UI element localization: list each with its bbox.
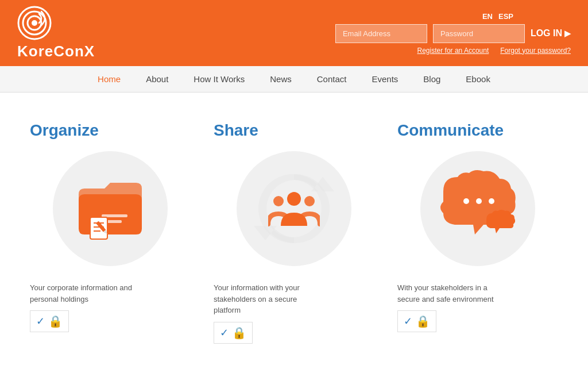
nav-about[interactable]: About [133,66,181,92]
check-icon-2: ✓ [220,326,229,339]
lang-esp[interactable]: ESP [498,12,513,21]
organize-title: Organize [30,121,99,140]
sync-wrap [248,163,340,255]
svg-rect-6 [90,217,107,239]
communicate-icon-area [420,151,535,266]
lock-icon-2: 🔒 [232,326,246,340]
logo-text: KoreConX [17,43,95,60]
communicate-title: Communicate [397,121,504,140]
nav-how-it-works[interactable]: How It Works [181,66,257,92]
communicate-secure-badge: ✓ 🔒 [397,310,436,332]
svg-point-3 [32,20,37,26]
password-input[interactable] [433,24,525,43]
share-secure-badge: ✓ 🔒 [214,322,253,344]
language-selector: EN ESP [482,12,513,21]
nav-events[interactable]: Events [359,66,411,92]
svg-point-16 [476,198,482,204]
organize-icon-area [53,151,168,266]
share-icon-area [237,151,351,266]
login-button[interactable]: LOG IN ▶ [531,28,571,39]
folder-icon [73,171,148,246]
cloud-chat-icon [432,168,524,249]
logo-area: KoreConX [17,6,95,60]
login-row: LOG IN ▶ [335,24,571,43]
organize-secure-badge: ✓ 🔒 [30,310,69,332]
nav-blog[interactable]: Blog [411,66,453,92]
feature-communicate: Communicate With your stakeholders in a … [397,121,558,344]
svg-point-15 [463,198,469,204]
share-title: Share [214,121,258,140]
site-header: KoreConX EN ESP LOG IN ▶ Register for an… [0,0,588,66]
main-content: Organize [0,93,588,367]
check-icon: ✓ [36,315,45,328]
nav-ebook[interactable]: Ebook [453,66,503,92]
organize-description: Your corporate information and personal … [30,282,133,305]
svg-point-14 [304,196,315,206]
check-icon-3: ✓ [404,315,412,328]
features-grid: Organize [18,121,570,344]
svg-point-13 [273,196,284,206]
nav-news[interactable]: News [257,66,304,92]
logo-icon [17,6,52,40]
forgot-password-link[interactable]: Forgot your password? [500,47,571,55]
lang-en[interactable]: EN [482,12,493,21]
nav-contact[interactable]: Contact [304,66,359,92]
login-arrow-icon: ▶ [564,29,571,38]
main-nav: Home About How It Works News Contact Eve… [0,66,588,93]
people-icon [268,183,320,234]
lock-icon-3: 🔒 [416,314,430,328]
svg-point-17 [489,198,494,204]
sublinks: Register for an Account Forgot your pass… [417,47,571,55]
nav-home[interactable]: Home [85,66,133,92]
register-link[interactable]: Register for an Account [417,47,489,55]
feature-share: Share [214,121,374,344]
email-input[interactable] [335,24,427,43]
svg-point-12 [287,192,301,206]
communicate-description: With your stakeholders in a secure and s… [397,282,501,305]
feature-organize: Organize [30,121,191,344]
lock-icon: 🔒 [48,314,63,328]
nav-inner: Home About How It Works News Contact Eve… [17,66,571,92]
share-description: Your information with your stakeholders … [214,282,317,316]
header-right: EN ESP LOG IN ▶ Register for an Account … [335,12,571,55]
